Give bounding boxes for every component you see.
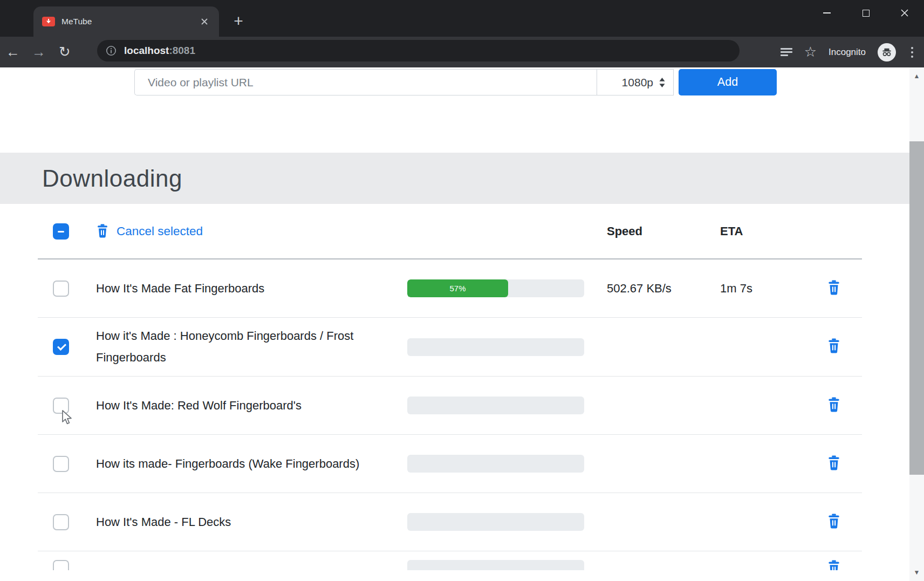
progress-bar (407, 338, 584, 356)
download-rows: How It's Made Fat Fingerboards 57% 502.6… (38, 259, 862, 570)
progress-bar (407, 513, 584, 531)
video-url-input[interactable] (134, 69, 597, 95)
list-controls-row: Cancel selected Speed ETA (38, 204, 862, 259)
mouse-cursor (60, 410, 74, 428)
url-text: localhost:8081 (124, 45, 195, 57)
tab-title: MeTube (61, 17, 199, 26)
address-bar[interactable]: localhost:8081 (97, 40, 740, 61)
download-row: How It's Made Fat Fingerboards 57% 502.6… (38, 259, 862, 318)
incognito-avatar-icon[interactable] (878, 43, 896, 61)
forward-button[interactable]: → (26, 44, 52, 60)
scroll-up-arrow-icon[interactable]: ▲ (909, 67, 924, 85)
scrollbar-thumb[interactable] (909, 141, 924, 475)
minimize-button[interactable] (807, 0, 846, 26)
delete-download-button[interactable] (827, 560, 841, 570)
delete-download-button[interactable] (827, 455, 841, 473)
url-host: localhost (124, 45, 169, 56)
browser-menu-icon[interactable] (908, 47, 916, 58)
delete-download-button[interactable] (827, 397, 841, 414)
eta-column-header: ETA (720, 224, 827, 238)
select-arrows-icon (659, 77, 666, 88)
trash-icon (827, 455, 841, 471)
cancel-selected-label: Cancel selected (117, 221, 203, 242)
download-row: How its made- Fingerboards (Wake Fingerb… (38, 435, 862, 493)
trash-icon (827, 514, 841, 529)
download-title: How it's Made : Honeycomb Fingerboards /… (96, 325, 374, 368)
row-checkbox[interactable] (53, 281, 69, 297)
add-download-form: 1080p Add (134, 69, 777, 95)
download-row: How It's Made: Red Wolf Fingerboard's (38, 377, 862, 435)
speed-value: 502.67 KB/s (584, 282, 720, 296)
browser-tab-metube[interactable]: MeTube (33, 6, 219, 37)
close-icon (900, 9, 909, 17)
progress-label: 57% (449, 284, 466, 293)
trash-icon (827, 397, 841, 413)
maximize-button[interactable] (846, 0, 885, 26)
row-checkbox[interactable] (53, 456, 69, 472)
trash-icon (96, 224, 109, 238)
section-title: Downloading (42, 165, 182, 192)
download-title: How its made- Fingerboards (Wake Fingerb… (96, 453, 359, 475)
trash-icon (827, 280, 841, 296)
back-button[interactable]: ← (0, 44, 26, 60)
download-title: How It's Made - FL Decks (96, 511, 231, 533)
delete-download-button[interactable] (827, 514, 841, 531)
row-checkbox[interactable] (53, 514, 69, 530)
reload-button[interactable]: ↻ (52, 44, 78, 60)
quality-select[interactable]: 1080p (597, 69, 674, 95)
progress-bar (407, 397, 584, 414)
add-button[interactable]: Add (679, 69, 777, 95)
reading-list-icon[interactable] (781, 46, 792, 58)
page-scrollbar[interactable]: ▲ ▼ (909, 67, 924, 581)
tab-strip: MeTube + (0, 0, 924, 37)
download-list: Cancel selected Speed ETA How It's Made … (38, 204, 862, 570)
delete-download-button[interactable] (827, 280, 841, 297)
downloading-section-header: Downloading (0, 153, 924, 204)
speed-column-header: Speed (584, 224, 720, 238)
incognito-label: Incognito (829, 47, 866, 58)
tab-close-icon[interactable] (199, 16, 210, 28)
trash-icon (827, 560, 841, 570)
eta-value: 1m 7s (720, 282, 827, 296)
select-all-checkbox[interactable] (53, 223, 69, 240)
close-window-button[interactable] (885, 0, 924, 26)
progress-fill: 57% (407, 279, 508, 297)
minimize-icon (823, 12, 831, 13)
progress-bar (407, 455, 584, 473)
bookmark-star-icon[interactable]: ☆ (804, 44, 817, 60)
maximize-icon (863, 10, 870, 17)
progress-bar: 57% (407, 279, 584, 297)
trash-icon (827, 338, 841, 354)
progress-bar (407, 560, 584, 570)
row-checkbox[interactable] (53, 339, 69, 355)
browser-toolbar: ← → ↻ localhost:8081 ☆ Incognito (0, 37, 924, 67)
url-port: :8081 (169, 45, 195, 56)
metube-favicon-icon (42, 17, 55, 26)
cancel-selected-button[interactable]: Cancel selected (96, 221, 407, 242)
download-row: How It's Made - FL Decks (38, 493, 862, 551)
site-info-icon[interactable] (106, 45, 117, 56)
row-checkbox[interactable] (53, 560, 69, 570)
scroll-down-arrow-icon[interactable]: ▼ (909, 564, 924, 581)
download-row (38, 551, 862, 570)
quality-value: 1080p (622, 76, 653, 89)
new-tab-button[interactable]: + (230, 13, 247, 30)
download-title: How It's Made: Red Wolf Fingerboard's (96, 395, 302, 416)
delete-download-button[interactable] (827, 338, 841, 356)
download-row: How it's Made : Honeycomb Fingerboards /… (38, 318, 862, 377)
download-title: How It's Made Fat Fingerboards (96, 278, 264, 299)
